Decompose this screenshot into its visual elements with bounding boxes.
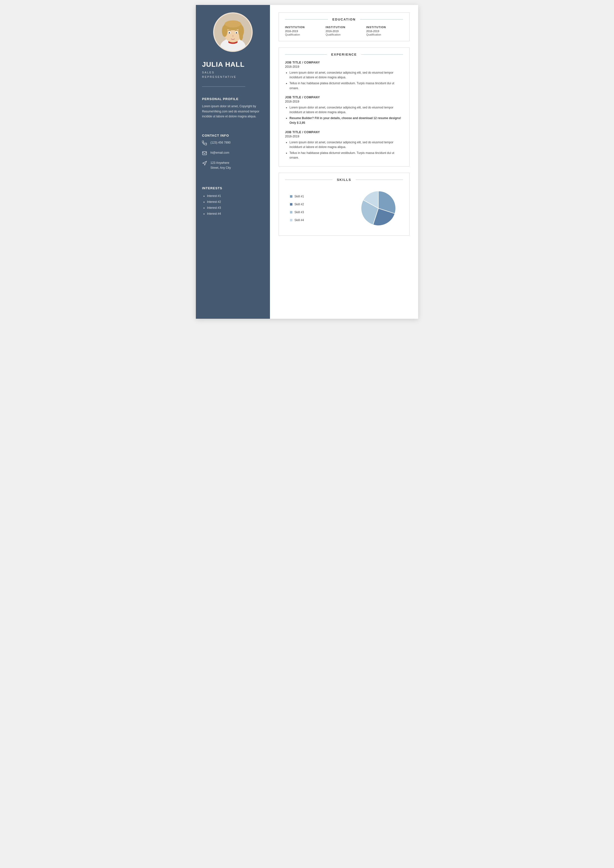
svg-point-7 bbox=[222, 25, 228, 37]
contact-title: CONTACT INFO bbox=[202, 134, 264, 137]
exp-bullet: Resume Builder? Fill in your details, ch… bbox=[290, 116, 403, 125]
skill-label: Skill #1 bbox=[295, 195, 304, 198]
exp-bullet: Lorem ipsum dolor sit amet, consectetur … bbox=[290, 105, 403, 115]
interests-title: INTERESTS bbox=[202, 186, 264, 190]
experience-section: EXPERIENCE JOB TITLE / COMPANY 2016-2019… bbox=[279, 47, 409, 166]
education-item: INSTITUTION 2016-2019 Qualification bbox=[326, 26, 362, 36]
education-header: EDUCATION bbox=[285, 17, 403, 21]
skill-legend-item: Skill #4 bbox=[290, 219, 304, 222]
skill-label: Skill #3 bbox=[295, 211, 304, 214]
resume-document: JULIA HALL SALES REPRESENTATIVE PERSONAL… bbox=[196, 5, 418, 319]
education-grid: INSTITUTION 2016-2019 Qualification INST… bbox=[285, 26, 403, 36]
skill-label: Skill #4 bbox=[295, 219, 304, 222]
skills-line-left bbox=[285, 180, 332, 180]
edu-dates: 2016-2019 bbox=[366, 30, 403, 33]
education-section: EDUCATION INSTITUTION 2016-2019 Qualific… bbox=[279, 12, 409, 41]
interest-item: Interest #4 bbox=[207, 211, 264, 217]
edu-institution: INSTITUTION bbox=[326, 26, 362, 29]
interest-item: Interest #2 bbox=[207, 199, 264, 205]
exp-bullet: Lorem ipsum dolor sit amet, consectetur … bbox=[290, 70, 403, 80]
exp-job-title: JOB TITLE / COMPANY bbox=[285, 130, 403, 134]
skills-legend: Skill #1 Skill #2 Skill #3 Skill #4 bbox=[290, 195, 304, 222]
education-item: INSTITUTION 2016-2019 Qualification bbox=[285, 26, 322, 36]
svg-point-12 bbox=[229, 32, 230, 34]
svg-point-6 bbox=[225, 20, 241, 28]
skills-header: SKILLS bbox=[285, 178, 403, 182]
skills-title: SKILLS bbox=[335, 178, 353, 182]
phone-value: (123) 456 7890 bbox=[211, 140, 230, 145]
personal-profile-title: PERSONAL PROFILE bbox=[202, 97, 239, 101]
edu-dates: 2016-2019 bbox=[326, 30, 362, 33]
svg-point-9 bbox=[239, 31, 243, 40]
skill-legend-dot bbox=[290, 203, 292, 206]
experience-header: EXPERIENCE bbox=[285, 53, 403, 56]
edu-institution: INSTITUTION bbox=[285, 26, 322, 29]
avatar bbox=[213, 12, 253, 52]
address-value: 123 Anywhere Street, Any City bbox=[211, 161, 231, 170]
experience-item: JOB TITLE / COMPANY 2016-2019 Lorem ipsu… bbox=[285, 130, 403, 160]
sidebar: JULIA HALL SALES REPRESENTATIVE PERSONAL… bbox=[196, 5, 270, 319]
svg-point-13 bbox=[236, 32, 237, 34]
main-content: EDUCATION INSTITUTION 2016-2019 Qualific… bbox=[270, 5, 418, 319]
svg-point-14 bbox=[232, 35, 234, 37]
edu-qualification: Qualification bbox=[366, 33, 403, 36]
email-value: hi@email.com bbox=[211, 151, 229, 155]
contact-phone: (123) 456 7890 bbox=[202, 140, 264, 147]
edu-dates: 2016-2019 bbox=[285, 30, 322, 33]
skill-legend-dot bbox=[290, 211, 292, 213]
edu-qualification: Qualification bbox=[285, 33, 322, 36]
exp-bullets: Lorem ipsum dolor sit amet, consectetur … bbox=[285, 140, 403, 160]
skill-legend-item: Skill #3 bbox=[290, 211, 304, 214]
exp-bullet: Tellus in hac habitasse platea dictumst … bbox=[290, 151, 403, 160]
interests-list: Interest #1Interest #2Interest #3Interes… bbox=[202, 193, 264, 217]
skills-section: SKILLS Skill #1 Skill #2 Skill #3 Skill … bbox=[279, 173, 409, 236]
exp-bullet: Tellus in hac habitasse platea dictumst … bbox=[290, 81, 403, 90]
experience-list: JOB TITLE / COMPANY 2016-2019 Lorem ipsu… bbox=[285, 61, 403, 160]
exp-dates: 2016-2019 bbox=[285, 135, 403, 138]
experience-item: JOB TITLE / COMPANY 2016-2019 Lorem ipsu… bbox=[285, 96, 403, 126]
interest-item: Interest #3 bbox=[207, 205, 264, 211]
exp-bullets: Lorem ipsum dolor sit amet, consectetur … bbox=[285, 105, 403, 126]
exp-dates: 2016-2019 bbox=[285, 100, 403, 103]
email-icon bbox=[202, 151, 208, 157]
skill-legend-dot bbox=[290, 219, 292, 221]
job-title: SALES REPRESENTATIVE bbox=[202, 70, 236, 79]
exp-job-title: JOB TITLE / COMPANY bbox=[285, 61, 403, 64]
exp-bullets: Lorem ipsum dolor sit amet, consectetur … bbox=[285, 70, 403, 91]
address-icon bbox=[202, 161, 208, 167]
skills-pie-chart bbox=[359, 188, 398, 228]
skill-legend-item: Skill #2 bbox=[290, 203, 304, 206]
skill-legend-dot bbox=[290, 195, 292, 198]
exp-dates: 2016-2019 bbox=[285, 65, 403, 68]
exp-job-title: JOB TITLE / COMPANY bbox=[285, 96, 403, 99]
interest-item: Interest #1 bbox=[207, 193, 264, 199]
personal-profile-text: Lorem ipsum dolor sit amet, Copyright by… bbox=[202, 104, 264, 119]
skill-legend-item: Skill #1 bbox=[290, 195, 304, 198]
phone-icon bbox=[202, 141, 208, 147]
education-line-right bbox=[360, 19, 403, 20]
svg-rect-15 bbox=[203, 152, 207, 155]
skills-line-right bbox=[356, 180, 403, 180]
skill-label: Skill #2 bbox=[295, 203, 304, 206]
contact-section: CONTACT INFO (123) 456 7890 hi@email bbox=[202, 129, 264, 174]
experience-item: JOB TITLE / COMPANY 2016-2019 Lorem ipsu… bbox=[285, 61, 403, 91]
contact-email: hi@email.com bbox=[202, 151, 264, 157]
experience-title: EXPERIENCE bbox=[329, 53, 359, 56]
interests-section: INTERESTS Interest #1Interest #2Interest… bbox=[202, 182, 264, 217]
candidate-name: JULIA HALL bbox=[202, 61, 245, 68]
edu-qualification: Qualification bbox=[326, 33, 362, 36]
education-line-left bbox=[285, 19, 328, 20]
education-item: INSTITUTION 2016-2019 Qualification bbox=[366, 26, 403, 36]
edu-institution: INSTITUTION bbox=[366, 26, 403, 29]
education-title: EDUCATION bbox=[330, 17, 358, 21]
skills-content: Skill #1 Skill #2 Skill #3 Skill #4 bbox=[285, 186, 403, 231]
contact-address: 123 Anywhere Street, Any City bbox=[202, 161, 264, 170]
exp-bullet: Lorem ipsum dolor sit amet, consectetur … bbox=[290, 140, 403, 149]
